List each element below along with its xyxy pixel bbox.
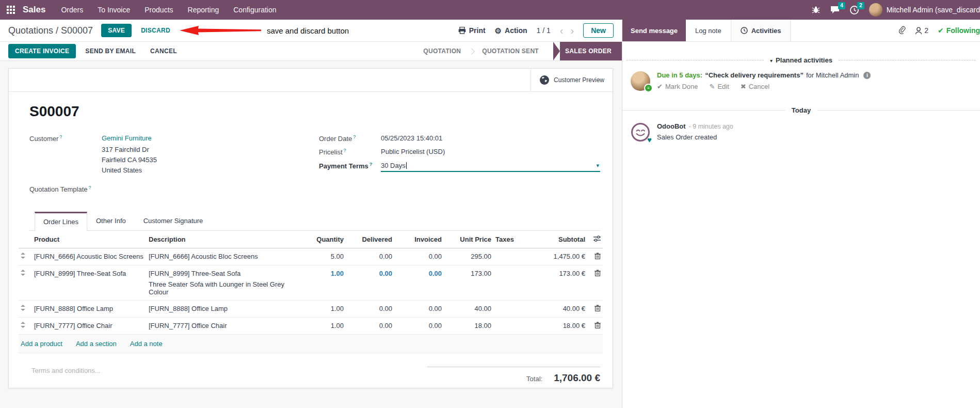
payment-terms-input[interactable]: 30 Days ▾ xyxy=(381,162,600,172)
menu-reporting[interactable]: Reporting xyxy=(188,6,219,14)
dropdown-caret-icon[interactable]: ▾ xyxy=(596,162,599,169)
add-note-link[interactable]: Add a note xyxy=(130,340,163,348)
debug-bug-icon[interactable] xyxy=(812,6,820,14)
cell-quantity[interactable]: 5.00 xyxy=(300,248,346,265)
drag-handle-icon[interactable] xyxy=(21,253,25,260)
planned-activities-toggle[interactable]: ▾Planned activities xyxy=(764,56,839,64)
user-menu[interactable]: Mitchell Admin (save_discard xyxy=(869,3,980,17)
cancel-activity-button[interactable]: ✖Cancel xyxy=(741,83,769,90)
cell-unit-price[interactable]: 18.00 xyxy=(444,318,493,335)
app-name[interactable]: Sales xyxy=(23,5,45,15)
terms-and-conditions-field[interactable]: Terms and conditions... xyxy=(31,367,101,384)
save-button[interactable]: SAVE xyxy=(101,24,132,37)
pager-next-icon[interactable]: › xyxy=(571,25,574,36)
col-product[interactable]: Product xyxy=(32,231,147,248)
apps-menu-icon[interactable] xyxy=(7,6,15,14)
col-quantity[interactable]: Quantity xyxy=(300,231,346,248)
cell-quantity[interactable]: 1.00 xyxy=(300,265,346,301)
tab-order-lines[interactable]: Order Lines xyxy=(35,212,87,231)
send-message-button[interactable]: Send message xyxy=(622,20,686,41)
send-by-email-button[interactable]: SEND BY EMAIL xyxy=(80,44,141,58)
log-note-button[interactable]: Log note xyxy=(686,20,731,41)
order-line-row[interactable]: [FURN_8999] Three-Seat Sofa [FURN_8999] … xyxy=(19,265,603,301)
cell-description[interactable]: [FURN_6666] Acoustic Bloc Screens xyxy=(147,248,300,265)
col-delivered[interactable]: Delivered xyxy=(346,231,394,248)
drag-handle-icon[interactable] xyxy=(21,305,25,312)
customer-preview-button[interactable]: Customer Preview xyxy=(531,69,613,91)
cell-quantity[interactable]: 1.00 xyxy=(300,301,346,318)
cell-description[interactable]: [FURN_7777] Office Chair xyxy=(147,318,300,335)
optional-columns-button[interactable] xyxy=(587,231,603,248)
add-section-link[interactable]: Add a section xyxy=(76,340,117,348)
cell-taxes[interactable] xyxy=(493,318,534,335)
add-product-link[interactable]: Add a product xyxy=(21,340,62,348)
print-button[interactable]: Print xyxy=(458,26,486,35)
cell-taxes[interactable] xyxy=(493,301,534,318)
order-line-row[interactable]: [FURN_6666] Acoustic Bloc Screens [FURN_… xyxy=(19,248,603,265)
action-button[interactable]: ⚙ Action xyxy=(495,26,527,35)
cell-taxes[interactable] xyxy=(493,248,534,265)
edit-activity-button[interactable]: ✎Edit xyxy=(709,83,729,90)
order-line-row[interactable]: [FURN_7777] Office Chair [FURN_7777] Off… xyxy=(19,318,603,335)
following-button[interactable]: ✔ Following xyxy=(938,26,980,35)
cell-delivered[interactable]: 0.00 xyxy=(346,301,394,318)
status-quotation[interactable]: QUOTATION xyxy=(414,42,470,60)
cell-delivered[interactable]: 0.00 xyxy=(346,265,394,301)
col-subtotal[interactable]: Subtotal xyxy=(534,231,587,248)
delete-line-button[interactable] xyxy=(595,270,601,278)
mark-done-button[interactable]: ✔Mark Done xyxy=(657,83,698,90)
pager-previous-icon[interactable]: ‹ xyxy=(560,25,564,36)
cell-delivered[interactable]: 0.00 xyxy=(346,318,394,335)
customer-link[interactable]: Gemini Furniture xyxy=(102,134,157,142)
order-line-row[interactable]: [FURN_8888] Office Lamp [FURN_8888] Offi… xyxy=(19,301,603,318)
activities-clock-icon[interactable]: 2 xyxy=(850,6,859,14)
tab-customer-signature[interactable]: Customer Signature xyxy=(135,212,212,231)
delete-line-button[interactable] xyxy=(595,253,601,261)
cell-product[interactable]: [FURN_6666] Acoustic Bloc Screens xyxy=(32,248,147,265)
messages-icon[interactable]: 4 xyxy=(830,6,840,14)
followers-button[interactable]: 2 xyxy=(915,26,928,35)
breadcrumb[interactable]: Quotations / S00007 xyxy=(8,25,93,36)
order-date-field[interactable]: 05/25/2023 15:40:01 xyxy=(381,134,442,143)
cell-invoiced[interactable]: 0.00 xyxy=(394,318,444,335)
attach-files-button[interactable] xyxy=(898,25,906,36)
drag-handle-icon[interactable] xyxy=(21,322,25,329)
status-sales-order[interactable]: SALES ORDER xyxy=(560,42,622,60)
pricelist-field[interactable]: Public Pricelist (USD) xyxy=(381,148,445,156)
cell-description[interactable]: [FURN_8888] Office Lamp xyxy=(147,301,300,318)
cell-unit-price[interactable]: 173.00 xyxy=(444,265,493,301)
cell-unit-price[interactable]: 40.00 xyxy=(444,301,493,318)
cell-product[interactable]: [FURN_7777] Office Chair xyxy=(32,318,147,335)
menu-products[interactable]: Products xyxy=(144,6,173,14)
menu-orders[interactable]: Orders xyxy=(61,6,83,14)
status-quotation-sent[interactable]: QUOTATION SENT xyxy=(473,42,548,60)
new-button[interactable]: New xyxy=(583,23,614,38)
cell-delivered[interactable]: 0.00 xyxy=(346,248,394,265)
tab-other-info[interactable]: Other Info xyxy=(87,212,135,231)
col-invoiced[interactable]: Invoiced xyxy=(394,231,444,248)
drag-handle-icon[interactable] xyxy=(21,270,25,277)
cell-product[interactable]: [FURN_8888] Office Lamp xyxy=(32,301,147,318)
cell-taxes[interactable] xyxy=(493,265,534,301)
activities-button[interactable]: Activities xyxy=(731,20,791,41)
col-taxes[interactable]: Taxes xyxy=(493,231,534,248)
cell-quantity[interactable]: 1.00 xyxy=(300,318,346,335)
info-icon[interactable]: i xyxy=(863,72,871,79)
cell-description[interactable]: [FURN_8999] Three-Seat SofaThree Seater … xyxy=(147,265,300,301)
cell-product[interactable]: [FURN_8999] Three-Seat Sofa xyxy=(32,265,147,301)
cell-unit-price[interactable]: 295.00 xyxy=(444,248,493,265)
delete-line-button[interactable] xyxy=(595,322,601,330)
col-unit-price[interactable]: Unit Price xyxy=(444,231,493,248)
message-author[interactable]: OdooBot xyxy=(657,122,686,130)
menu-to-invoice[interactable]: To Invoice xyxy=(98,6,130,14)
cell-invoiced[interactable]: 0.00 xyxy=(394,265,444,301)
cell-invoiced[interactable]: 0.00 xyxy=(394,301,444,318)
discard-button[interactable]: DISCARD xyxy=(138,24,173,37)
create-invoice-button[interactable]: CREATE INVOICE xyxy=(8,44,76,58)
quotation-template-field[interactable] xyxy=(91,185,319,193)
cell-invoiced[interactable]: 0.00 xyxy=(394,248,444,265)
delete-line-button[interactable] xyxy=(595,305,601,313)
menu-configuration[interactable]: Configuration xyxy=(233,6,276,14)
cancel-button[interactable]: CANCEL xyxy=(145,44,182,58)
col-description[interactable]: Description xyxy=(147,231,300,248)
